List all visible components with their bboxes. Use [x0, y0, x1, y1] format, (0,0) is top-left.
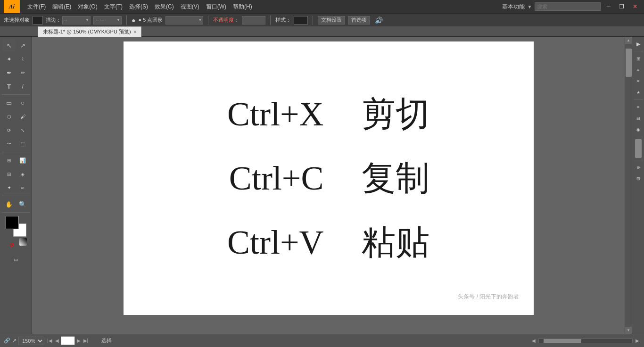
gradient-tool-button[interactable]: ◈ — [16, 167, 29, 181]
blend-tool-button[interactable]: ∞ — [16, 181, 29, 194]
gradient-fill-button[interactable] — [19, 238, 27, 246]
separator — [126, 16, 127, 25]
hscroll-thumb[interactable] — [544, 339, 581, 343]
type-tool-button[interactable]: T — [2, 80, 16, 93]
free-transform-tool-button[interactable]: ⬚ — [16, 137, 29, 150]
selection-tool-button[interactable]: ↖ — [2, 39, 16, 52]
mesh-tool-button[interactable]: ⊟ — [2, 167, 16, 181]
warp-tool-button[interactable]: 〜 — [2, 137, 16, 150]
hscroll-left-button[interactable]: ◀ — [531, 338, 537, 343]
zoom-tool-button[interactable]: 🔍 — [16, 198, 29, 211]
rpanel-separator-2 — [634, 99, 643, 100]
menu-file[interactable]: 文件(F) — [25, 2, 49, 12]
rect-tool-button[interactable]: ▭ — [2, 96, 16, 109]
opacity-input[interactable]: 100% — [242, 16, 265, 25]
panel-extra-2[interactable]: ⊞ — [633, 174, 644, 184]
preferences-button[interactable]: 首选项 — [348, 16, 370, 25]
menu-help[interactable]: 帮助(H) — [230, 2, 255, 12]
menu-object[interactable]: 对象(O) — [75, 2, 100, 12]
stroke-weight-dropdown[interactable]: ─ ─ ▼ — [93, 16, 122, 25]
speaker-icon[interactable]: 🔊 — [375, 17, 383, 24]
brush-dropdown[interactable]: ▼ — [165, 16, 203, 25]
hand-tool-button[interactable]: ✋ — [2, 198, 16, 211]
add-anchor-tool-button[interactable]: ✏ — [16, 66, 29, 79]
restore-button[interactable]: ❐ — [616, 3, 627, 10]
menu-window[interactable]: 窗口(W) — [203, 2, 229, 12]
zoom-select[interactable]: 150% — [18, 337, 44, 345]
graph-tool-button[interactable]: 📊 — [16, 154, 29, 167]
panel-brush-icon[interactable]: ✒ — [633, 76, 644, 86]
menu-text[interactable]: 文字(T) — [101, 2, 125, 12]
tab-close-button[interactable]: × — [134, 29, 137, 34]
last-page-button[interactable]: ▶| — [83, 338, 90, 343]
direct-selection-tool-button[interactable]: ↗ — [16, 39, 29, 52]
foreground-color-swatch[interactable] — [6, 216, 19, 229]
paintbrush-tool-button[interactable]: 🖌 — [16, 110, 29, 123]
tool-row-7: ⟳ ⤡ — [2, 124, 29, 137]
menu-edit[interactable]: 编辑(E) — [50, 2, 74, 12]
none-fill-button[interactable]: ⊘ — [5, 238, 18, 251]
separator3 — [270, 16, 271, 25]
tool-row-3: ✒ ✏ — [2, 66, 29, 79]
separator2 — [208, 16, 208, 25]
pen-tool-button[interactable]: ✒ — [2, 66, 16, 79]
style-swatch[interactable] — [294, 16, 308, 25]
shortcut-key-ctrl-x: Ctrl+X — [201, 95, 324, 134]
magic-wand-tool-button[interactable]: ✦ — [2, 52, 16, 66]
vertical-scrollbar[interactable]: ▲ ▼ — [625, 37, 632, 334]
document-tab[interactable]: 未标题-1* @ 150% (CMYK/GPU 预览) × — [38, 26, 141, 37]
panel-arrow-icon[interactable]: ▶ — [633, 39, 644, 49]
minimize-button[interactable]: ─ — [603, 3, 613, 10]
rotate-tool-button[interactable]: ⟳ — [2, 124, 16, 137]
scroll-up-button[interactable]: ▲ — [625, 37, 632, 44]
panel-align-icon[interactable]: ≡ — [633, 102, 644, 112]
scroll-down-button[interactable]: ▼ — [625, 327, 632, 334]
close-button[interactable]: ✕ — [630, 3, 640, 10]
menu-select[interactable]: 选择(S) — [126, 2, 151, 12]
symbol-tool-button[interactable]: ⊞ — [2, 154, 16, 167]
first-page-button[interactable]: |◀ — [46, 338, 53, 343]
canvas: Ctrl+X 剪切 Ctrl+C 复制 Ctrl+V 粘贴 头条号 / 阳光下的… — [124, 41, 534, 315]
tool-row-1: ↖ ↗ — [2, 39, 29, 52]
stroke-label: 描边： — [46, 17, 61, 24]
panel-grid-icon[interactable]: ⊞ — [633, 53, 644, 64]
workspace-dropdown-icon[interactable]: ▼ — [528, 4, 532, 9]
scroll-track[interactable] — [625, 44, 632, 327]
eyedropper-tool-button[interactable]: ✦ — [2, 181, 16, 194]
rpanel-separator-4 — [634, 160, 643, 160]
horizontal-scrollbar[interactable] — [538, 339, 633, 343]
doc-settings-button[interactable]: 文档设置 — [318, 16, 345, 25]
menu-view[interactable]: 视图(V) — [178, 2, 202, 12]
panel-color-icon[interactable]: ◉ — [633, 124, 644, 135]
next-page-button[interactable]: ▶ — [76, 338, 82, 343]
panel-transform-icon[interactable]: ⊟ — [633, 113, 644, 124]
panel-star-icon[interactable]: ★ — [633, 87, 644, 98]
lasso-tool-button[interactable]: ⌇ — [16, 52, 29, 66]
search-input[interactable] — [535, 2, 601, 11]
toolbar-separator-3 — [2, 196, 30, 196]
scale-tool-button[interactable]: ⤡ — [16, 124, 29, 137]
tool-row-5: ▭ ○ — [2, 96, 29, 109]
stroke-dropdown[interactable]: ─ ▼ — [62, 16, 91, 25]
shortcut-desc-cut: 剪切 — [362, 91, 456, 137]
fill-swatch[interactable] — [33, 16, 43, 25]
panel-extra-1[interactable]: ⊕ — [633, 162, 644, 173]
menu-effect[interactable]: 效果(C) — [152, 2, 177, 12]
titlebar-right: 基本功能 ▼ ─ ❐ ✕ — [502, 2, 640, 11]
line-tool-button[interactable]: / — [16, 80, 29, 93]
shortcut-row-copy: Ctrl+C 复制 — [201, 156, 456, 201]
panel-scrollbar-thumb[interactable] — [635, 139, 642, 158]
rpanel-separator-3 — [634, 137, 643, 137]
shortcut-key-ctrl-c: Ctrl+C — [201, 159, 324, 198]
scroll-thumb[interactable] — [626, 49, 632, 77]
polygon-tool-button[interactable]: ⬡ — [2, 110, 16, 123]
page-input[interactable]: 1 — [61, 336, 75, 345]
draw-normal-button[interactable]: ▭ — [9, 253, 23, 266]
hscroll-right-button[interactable]: ▶ — [635, 338, 640, 343]
ellipse-tool-button[interactable]: ○ — [16, 96, 29, 109]
shortcut-desc-copy: 复制 — [362, 156, 456, 201]
separator4 — [313, 16, 313, 25]
prev-page-button[interactable]: ◀ — [54, 338, 60, 343]
panel-layers-icon[interactable]: ≡ — [633, 65, 644, 75]
status-text: 选择 — [101, 337, 112, 344]
